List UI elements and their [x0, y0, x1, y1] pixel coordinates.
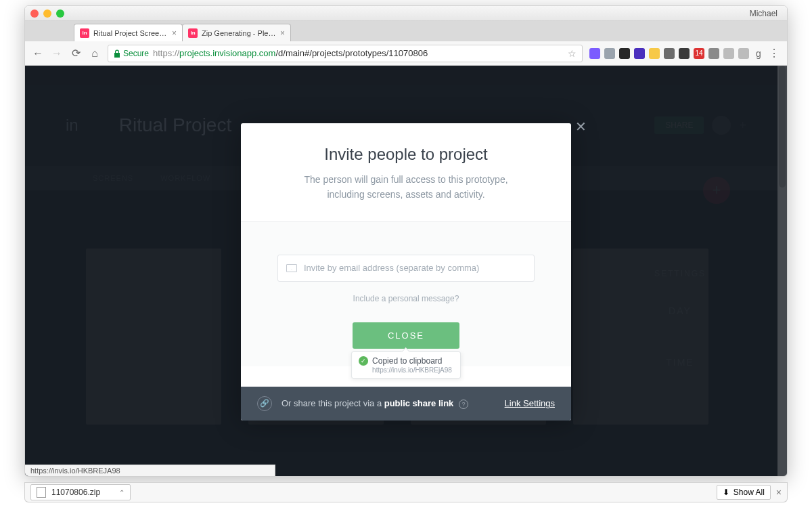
status-bar-url: https://invis.io/HKBREJA98	[25, 465, 275, 476]
invision-favicon-icon: in	[188, 28, 198, 38]
home-button[interactable]: ⌂	[89, 47, 101, 60]
lock-icon	[114, 49, 120, 58]
extension-icon[interactable]	[619, 48, 630, 59]
bookmark-star-icon[interactable]: ☆	[568, 48, 577, 59]
close-button-wrapper: CLOSE ✓ Copied to clipboard https://invi…	[277, 303, 535, 349]
invision-favicon-icon: in	[80, 28, 89, 38]
tooltip-url: https://invis.io/HKBREjA98	[372, 366, 452, 374]
footer-bold[interactable]: public share link	[384, 398, 454, 408]
modal-header: Invite people to project The person will…	[241, 123, 571, 222]
download-item[interactable]: 11070806.zip ⌃	[30, 484, 131, 500]
extension-icon[interactable]	[723, 48, 734, 59]
modal-subtitle-line2: including screens, assets and activity.	[327, 189, 484, 200]
page-viewport: in Ritual Project SHARE + SCREENS WORKFL…	[25, 66, 787, 476]
mail-icon	[286, 264, 297, 272]
browser-tab-0[interactable]: in Ritual Project Screens - InVisio ×	[74, 24, 183, 41]
invite-modal: Invite people to project The person will…	[241, 123, 571, 421]
download-arrow-icon: ⬇	[723, 488, 729, 497]
tab-title: Zip Generating - Please Wait...	[202, 29, 276, 37]
footer-prefix: Or share this project via a	[281, 398, 384, 408]
traffic-lights	[30, 9, 64, 18]
modal-subtitle: The person will gain full access to this…	[261, 172, 551, 202]
close-button[interactable]: CLOSE	[353, 322, 459, 349]
extension-icon[interactable]: g	[753, 48, 764, 59]
extension-icon[interactable]	[738, 48, 749, 59]
downloads-bar: 11070806.zip ⌃ ⬇ Show All ×	[24, 482, 788, 502]
extension-icons: 14 g ⋮	[589, 47, 780, 60]
show-all-downloads-button[interactable]: ⬇ Show All	[717, 485, 771, 500]
modal-title: Invite people to project	[261, 145, 551, 164]
url-scheme: https://	[153, 48, 179, 58]
close-window-button[interactable]	[30, 9, 39, 18]
extension-icon[interactable]	[589, 48, 600, 59]
link-settings-link[interactable]: Link Settings	[505, 398, 555, 408]
reload-button[interactable]: ⟳	[70, 47, 82, 60]
invite-email-input[interactable]	[304, 263, 526, 273]
minimize-window-button[interactable]	[43, 9, 51, 18]
mac-user-label: Michael	[750, 9, 782, 18]
modal-subtitle-line1: The person will gain full access to this…	[304, 174, 508, 185]
extension-icon[interactable]: 14	[694, 48, 704, 59]
modal-backdrop[interactable]: ✕ Invite people to project The person wi…	[25, 66, 787, 476]
browser-toolbar: ← → ⟳ ⌂ Secure https://projects.invision…	[25, 41, 787, 66]
download-filename: 11070806.zip	[51, 488, 100, 497]
tab-close-icon[interactable]: ×	[172, 28, 177, 38]
file-icon	[37, 487, 46, 498]
extension-icon[interactable]	[708, 48, 719, 59]
fullscreen-window-button[interactable]	[56, 9, 64, 18]
modal-footer: 🔗 Or share this project via a public sha…	[241, 387, 571, 421]
footer-text: Or share this project via a public share…	[281, 398, 505, 409]
secure-label: Secure	[123, 49, 149, 58]
url-host: projects.invisionapp.com	[179, 48, 275, 58]
check-circle-icon: ✓	[359, 356, 368, 366]
mac-window: Michael in Ritual Project Screens - InVi…	[24, 5, 788, 477]
address-bar[interactable]: Secure https://projects.invisionapp.com/…	[108, 45, 583, 62]
modal-body: Include a personal message? CLOSE ✓ Copi…	[241, 222, 571, 366]
extension-icon[interactable]	[634, 48, 645, 59]
close-downloads-bar-button[interactable]: ×	[776, 487, 782, 498]
download-chevron-icon[interactable]: ⌃	[110, 489, 125, 496]
mac-titlebar: Michael	[25, 6, 787, 21]
browser-tab-strip: in Ritual Project Screens - InVisio × in…	[25, 21, 787, 41]
extension-icon[interactable]	[679, 48, 690, 59]
extension-icon[interactable]	[664, 48, 675, 59]
back-button[interactable]: ←	[32, 47, 44, 60]
help-icon[interactable]: ?	[459, 400, 468, 409]
chrome-menu-button[interactable]: ⋮	[768, 47, 780, 60]
browser-tab-1[interactable]: in Zip Generating - Please Wait... ×	[182, 24, 291, 41]
forward-button[interactable]: →	[51, 47, 63, 60]
extension-icon[interactable]	[649, 48, 660, 59]
show-all-label: Show All	[734, 488, 765, 497]
tooltip-title: Copied to clipboard	[372, 356, 442, 366]
modal-close-x-icon[interactable]: ✕	[575, 119, 587, 135]
tab-title: Ritual Project Screens - InVisio	[93, 29, 168, 37]
secure-indicator: Secure	[114, 49, 149, 58]
personal-message-link[interactable]: Include a personal message?	[277, 294, 535, 303]
extension-icon[interactable]	[604, 48, 615, 59]
tab-close-icon[interactable]: ×	[280, 28, 285, 38]
copied-tooltip: ✓ Copied to clipboard https://invis.io/H…	[351, 351, 461, 379]
url-path: /d/main#/projects/prototypes/11070806	[275, 48, 428, 58]
email-input-wrapper[interactable]	[277, 255, 535, 282]
link-icon: 🔗	[257, 396, 272, 411]
